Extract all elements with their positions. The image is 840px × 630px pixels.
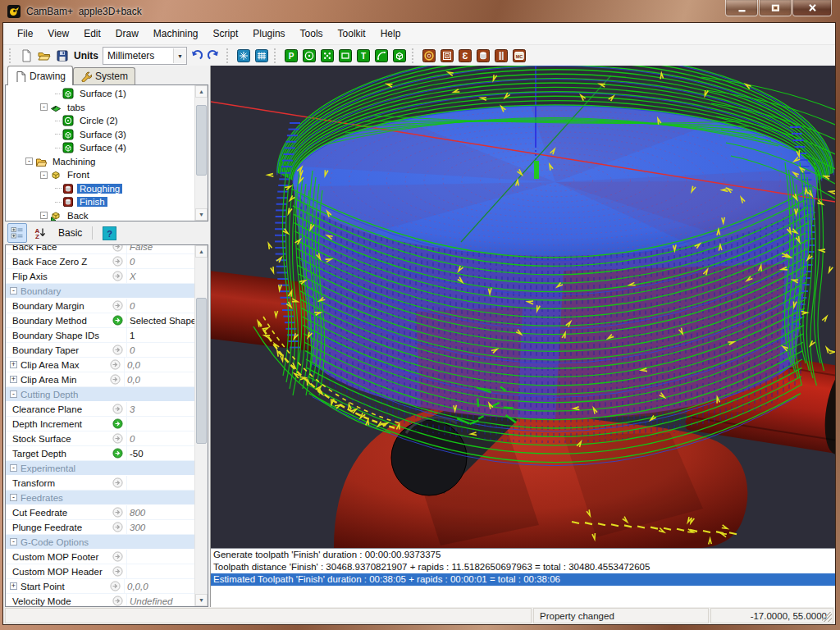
property-row-flip-axis[interactable]: Flip AxisX bbox=[6, 269, 194, 284]
tree-scroll-thumb[interactable] bbox=[196, 105, 207, 176]
category-collapse-box[interactable]: - bbox=[10, 390, 17, 398]
category-collapse-box[interactable]: - bbox=[10, 494, 17, 501]
property-expand-box[interactable]: + bbox=[10, 582, 17, 590]
tree-expander[interactable]: - bbox=[25, 158, 33, 165]
view-mode-label[interactable]: Basic bbox=[58, 227, 82, 239]
tree-scrollbar[interactable]: ▲ ▼ bbox=[194, 85, 208, 221]
property-row-stock-surface[interactable]: Stock Surface0 bbox=[6, 431, 194, 446]
category-collapse-box[interactable]: - bbox=[10, 287, 17, 294]
mop-engrave-button[interactable]: Ɛ bbox=[456, 47, 474, 65]
tree-expander[interactable]: - bbox=[40, 103, 48, 111]
resize-grip[interactable] bbox=[822, 612, 832, 622]
tree-item-back[interactable]: -Back bbox=[6, 209, 194, 222]
mop-pocket-button[interactable] bbox=[438, 47, 456, 65]
category-row-g-code-options[interactable]: -G-Code Options bbox=[6, 535, 194, 550]
tab-drawing[interactable]: Drawing bbox=[7, 66, 73, 85]
log-line[interactable]: Estimated Toolpath 'Finish' duration : 0… bbox=[211, 573, 835, 586]
property-row-clip-area-max[interactable]: +Clip Area Max0,0 bbox=[6, 358, 194, 372]
alphabetical-sort-button[interactable]: AZ bbox=[30, 223, 50, 243]
property-value[interactable]: Selected Shapes bbox=[126, 313, 194, 327]
log-line[interactable]: Generate toolpath 'Finish' duration : 00… bbox=[211, 549, 835, 561]
category-row-feedrates[interactable]: -Feedrates bbox=[6, 491, 194, 505]
menu-draw[interactable]: Draw bbox=[108, 24, 146, 43]
property-value[interactable]: 0,0 bbox=[124, 372, 194, 386]
snap-grid-button[interactable] bbox=[253, 47, 271, 65]
property-value[interactable]: 0 bbox=[126, 299, 194, 313]
property-row-transform[interactable]: Transform bbox=[6, 476, 194, 491]
undo-button[interactable] bbox=[187, 47, 205, 65]
units-combobox[interactable]: Millimeters▼ bbox=[103, 47, 187, 65]
category-collapse-box[interactable]: - bbox=[10, 464, 17, 472]
property-value[interactable]: X bbox=[126, 269, 194, 283]
property-row-boundary-shape-ids[interactable]: Boundary Shape IDs1 bbox=[6, 328, 194, 343]
property-value[interactable] bbox=[126, 417, 194, 431]
category-collapse-box[interactable]: - bbox=[10, 538, 17, 546]
draw-text-button[interactable]: T bbox=[354, 47, 372, 65]
property-row-cut-feedrate[interactable]: Cut Feedrate800 bbox=[6, 505, 194, 520]
mop-profile-button[interactable] bbox=[420, 47, 438, 65]
property-row-target-depth[interactable]: Target Depth-50 bbox=[6, 446, 194, 461]
redo-button[interactable] bbox=[205, 47, 223, 65]
menu-script[interactable]: Script bbox=[206, 24, 246, 43]
menu-plugins[interactable]: Plugins bbox=[245, 24, 292, 43]
propgrid-scroll-up[interactable]: ▲ bbox=[195, 245, 208, 258]
tree-expander[interactable]: - bbox=[40, 212, 48, 219]
tree-scroll-down[interactable]: ▼ bbox=[195, 208, 208, 221]
category-row-experimental[interactable]: -Experimental bbox=[6, 461, 194, 476]
viewport-3d[interactable] bbox=[211, 66, 835, 548]
property-expand-box[interactable]: + bbox=[10, 361, 17, 368]
property-row-back-face-zero-z[interactable]: Back Face Zero Z0 bbox=[6, 254, 194, 269]
draw-rectangle-button[interactable] bbox=[336, 47, 354, 65]
titlebar[interactable]: CamBam+ apple3D+back bbox=[0, 0, 840, 23]
tree-item-surface-1[interactable]: Surface (1) bbox=[6, 87, 194, 101]
tree-item-surface-3[interactable]: Surface (3) bbox=[6, 128, 194, 142]
property-row-clearance-plane[interactable]: Clearance Plane3 bbox=[6, 402, 194, 417]
property-row-start-point[interactable]: +Start Point0,0,0 bbox=[6, 579, 194, 594]
property-row-boundary-taper[interactable]: Boundary Taper0 bbox=[6, 343, 194, 358]
property-value[interactable]: 1 bbox=[126, 328, 194, 342]
save-file-button[interactable] bbox=[53, 47, 71, 65]
property-value[interactable]: Undefined bbox=[126, 594, 194, 607]
open-file-button[interactable] bbox=[35, 47, 53, 65]
tree-expander[interactable]: - bbox=[40, 171, 48, 179]
property-value[interactable]: 0 bbox=[126, 431, 194, 445]
log-line[interactable]: Toolpath distance 'Finish' : 30468.93708… bbox=[211, 561, 835, 573]
property-row-boundary-method[interactable]: Boundary MethodSelected Shapes bbox=[6, 313, 194, 328]
combo-dropdown-arrow[interactable]: ▼ bbox=[173, 48, 186, 63]
mop-gcode-button[interactable]: MC bbox=[510, 47, 528, 65]
property-row-custom-mop-footer[interactable]: Custom MOP Footer bbox=[6, 550, 194, 564]
property-value[interactable]: 3 bbox=[126, 402, 194, 416]
propgrid-scroll-down[interactable]: ▼ bbox=[195, 594, 208, 606]
draw-points-button[interactable] bbox=[318, 47, 336, 65]
tree-item-roughing[interactable]: Roughing bbox=[6, 182, 194, 196]
property-value[interactable] bbox=[126, 564, 194, 578]
tree-item-front[interactable]: -Front bbox=[6, 168, 194, 182]
menu-file[interactable]: File bbox=[10, 24, 40, 43]
restore-button[interactable] bbox=[759, 0, 792, 16]
tree-item-finish[interactable]: Finish bbox=[6, 195, 194, 209]
property-value[interactable]: 0,0,0 bbox=[124, 579, 194, 593]
property-row-velocity-mode[interactable]: Velocity ModeUndefined bbox=[6, 594, 194, 607]
property-row-custom-mop-header[interactable]: Custom MOP Header bbox=[6, 564, 194, 579]
category-row-boundary[interactable]: -Boundary bbox=[6, 284, 194, 299]
category-row-cutting-depth[interactable]: -Cutting Depth bbox=[6, 387, 194, 402]
minimize-button[interactable] bbox=[725, 0, 758, 16]
property-value[interactable] bbox=[126, 550, 194, 564]
property-value[interactable]: 800 bbox=[126, 505, 194, 519]
draw-surface-button[interactable] bbox=[390, 47, 409, 65]
tree-scroll-up[interactable]: ▲ bbox=[195, 85, 208, 98]
menu-tools[interactable]: Tools bbox=[293, 24, 331, 43]
property-row-plunge-feedrate[interactable]: Plunge Feedrate300 bbox=[6, 520, 194, 535]
categorized-view-button[interactable] bbox=[7, 223, 27, 243]
property-row-clip-area-min[interactable]: +Clip Area Min0,0 bbox=[6, 372, 194, 387]
property-value[interactable]: 0 bbox=[126, 254, 194, 268]
property-value[interactable]: False bbox=[126, 244, 194, 253]
menu-help[interactable]: Help bbox=[373, 24, 409, 43]
property-row-boundary-margin[interactable]: Boundary Margin0 bbox=[6, 299, 194, 313]
propgrid-scroll-thumb[interactable] bbox=[196, 298, 207, 444]
property-value[interactable]: 0,0 bbox=[124, 358, 194, 372]
property-value[interactable]: -50 bbox=[126, 446, 194, 460]
property-value[interactable]: 0 bbox=[126, 343, 194, 357]
tab-system[interactable]: System bbox=[73, 67, 135, 84]
mop-drill-button[interactable] bbox=[474, 47, 492, 65]
